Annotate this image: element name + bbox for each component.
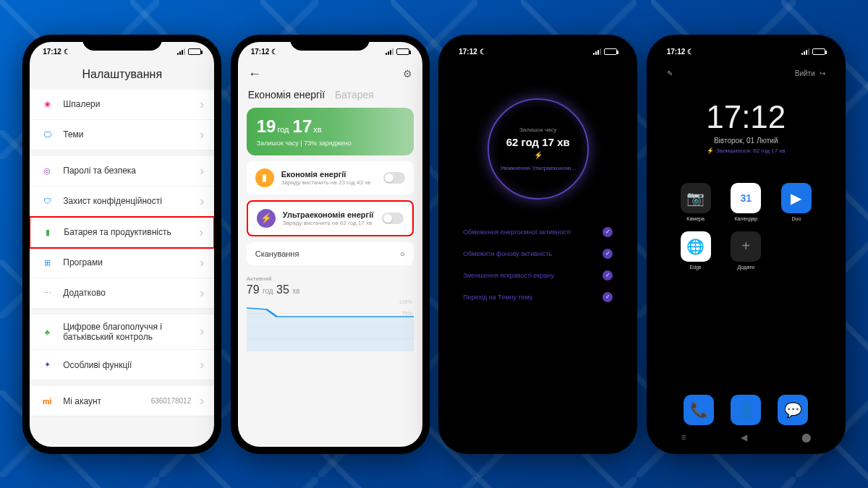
messages-app[interactable]: 💬 <box>778 395 808 425</box>
feature-label: Обмежити фонову активність <box>463 250 552 257</box>
status-time: 17:12 <box>667 48 686 56</box>
energy-saving-toggle[interactable] <box>383 172 405 184</box>
bolt-icon: ⚡ <box>707 147 714 154</box>
feature-item: Обмеження енергоємної активності ✓ <box>463 221 613 243</box>
nav-accessibility-icon[interactable]: ⬤ <box>801 432 811 442</box>
phone-settings: 17:12 ☾ Налаштування ❀ Шпалери 🖵 Теми ◎ … <box>22 35 221 454</box>
check-icon: ✓ <box>603 249 613 259</box>
settings-item-apps[interactable]: ⊞ Програми <box>30 248 214 278</box>
exit-button[interactable]: Вийти ↪ <box>795 69 825 77</box>
special-icon: ✦ <box>40 358 54 372</box>
phone-ultra-home: 17:12 ☾ ✎ Вийти ↪ 17:12 Вівторок, 01 Лют… <box>647 35 846 454</box>
mi-icon: mi <box>40 394 54 408</box>
flower-icon: ❀ <box>40 97 54 111</box>
settings-item-additional[interactable]: ⋯ Додатково <box>30 278 214 309</box>
signal-icon <box>177 48 185 55</box>
feature-label: Зменшення яскравості екрану <box>463 272 554 279</box>
check-icon: ✓ <box>603 227 613 237</box>
app-duo[interactable]: ▶ Duo <box>776 183 817 221</box>
moon-icon: ☾ <box>687 48 694 56</box>
shield-icon: 🛡 <box>40 194 54 208</box>
settings-label: Цифрове благополуччя і батьківський конт… <box>63 322 191 343</box>
apps-icon: ⊞ <box>40 255 54 270</box>
settings-label: Програми <box>63 257 191 267</box>
settings-item-wellbeing[interactable]: ♣ Цифрове благополуччя і батьківський ко… <box>30 314 214 351</box>
battery-sub: Залишок часу | 73% заряджено <box>257 140 404 147</box>
date: Вівторок, 01 Лютий <box>654 137 838 145</box>
signal-icon <box>801 48 809 55</box>
app-calendar[interactable]: 31 Календар <box>726 183 766 221</box>
settings-item-battery[interactable]: ▮ Батарея та продуктивність <box>30 216 214 249</box>
moon-icon: ☾ <box>64 48 70 56</box>
nav-bar: ≡ ◀ ⬤ <box>654 432 838 442</box>
settings-item-wallpaper[interactable]: ❀ Шпалери <box>30 90 214 120</box>
settings-label: Mi акаунт <box>63 396 142 406</box>
feature-item: Обмежити фонову активність ✓ <box>463 243 613 265</box>
remaining-mins: 17 <box>293 116 312 136</box>
calendar-icon: 31 <box>731 183 761 213</box>
settings-item-passwords[interactable]: ◎ Паролі та безпека <box>30 156 214 187</box>
edge-icon: 🌐 <box>681 231 711 262</box>
tab-energy[interactable]: Економія енергії <box>248 89 325 100</box>
status-time: 17:12 <box>459 48 477 56</box>
moon-icon: ☾ <box>480 48 486 56</box>
settings-item-privacy[interactable]: 🛡 Захист конфіденційності <box>30 187 214 217</box>
settings-item-account[interactable]: mi Mi акаунт 6360178012 <box>30 386 214 416</box>
app-camera[interactable]: 📷 Камера <box>676 183 716 221</box>
app-add[interactable]: + Додати <box>726 231 766 270</box>
signal-icon <box>386 48 393 55</box>
gear-icon[interactable]: ⚙ <box>403 68 412 80</box>
back-button[interactable]: ← <box>248 67 261 82</box>
notch <box>82 35 162 51</box>
app-edge[interactable]: 🌐 Edge <box>676 231 716 270</box>
fingerprint-icon: ◎ <box>40 163 54 178</box>
contacts-app[interactable]: 👤 <box>731 395 761 425</box>
scan-row[interactable]: Сканування ○ <box>247 242 414 265</box>
refresh-icon: ○ <box>400 249 405 258</box>
circle-label: Залишок часу <box>519 127 557 133</box>
exit-icon: ↪ <box>820 69 825 77</box>
signal-icon <box>593 48 601 55</box>
page-title: Налаштування <box>30 62 214 90</box>
mode-title: Економія енергії <box>281 170 376 179</box>
feature-label: Обмеження енергоємної активності <box>463 228 571 236</box>
settings-item-themes[interactable]: 🖵 Теми <box>30 120 214 150</box>
monitor-icon: 🖵 <box>40 127 54 142</box>
battery-setting-icon: ▮ <box>41 225 55 239</box>
check-icon: ✓ <box>603 292 613 302</box>
battery-icon <box>396 48 409 55</box>
tab-battery[interactable]: Батарея <box>335 89 374 100</box>
camera-icon: 📷 <box>681 183 711 213</box>
feature-item: Зменшення яскравості екрану ✓ <box>463 265 613 286</box>
video-icon: ▶ <box>781 183 812 213</box>
circle-time: 62 год 17 хв <box>506 136 570 148</box>
chart-active-label: Активний <box>238 271 422 283</box>
battery-icon <box>188 48 201 55</box>
bolt-icon: ⚡ <box>534 151 542 159</box>
plus-icon: + <box>731 231 761 262</box>
feature-item: Перехід на Темну тему ✓ <box>463 286 613 308</box>
remaining-hours: 19 <box>257 116 276 136</box>
battery-icon <box>604 48 617 55</box>
energy-saving-row[interactable]: ▮ Економія енергії Заряду вистачить на 2… <box>247 161 414 194</box>
phone-ultra-activation: 17:12 ☾ Залишок часу 62 год 17 хв ⚡ Увім… <box>438 35 637 454</box>
settings-label: Батарея та продуктивність <box>64 227 190 237</box>
chart-time: 79 год 35 хв <box>238 283 422 301</box>
circle-sub: Увімкнення Ультраекономі... <box>500 165 576 171</box>
settings-label: Особливі функції <box>63 360 191 370</box>
account-id: 6360178012 <box>151 397 192 405</box>
nav-back-icon[interactable]: ◀ <box>741 432 747 442</box>
battery-summary-card: 19год 17хв Залишок часу | 73% заряджено <box>247 108 414 155</box>
phone-app[interactable]: 📞 <box>684 395 714 425</box>
notch <box>706 35 786 51</box>
clock: 17:12 <box>654 99 838 135</box>
settings-item-special[interactable]: ✦ Особливі функції <box>30 350 214 380</box>
settings-label: Захист конфіденційності <box>63 196 191 206</box>
notch <box>498 35 578 51</box>
edit-icon[interactable]: ✎ <box>667 69 673 77</box>
ultra-saving-row[interactable]: ⚡ Ультраекономія енергії Заряду вистачит… <box>247 200 414 236</box>
battery-saver-icon: ▮ <box>255 168 274 187</box>
ultra-saving-toggle[interactable] <box>382 213 404 224</box>
nav-menu-icon[interactable]: ≡ <box>681 432 686 442</box>
feature-label: Перехід на Темну тему <box>463 294 532 301</box>
